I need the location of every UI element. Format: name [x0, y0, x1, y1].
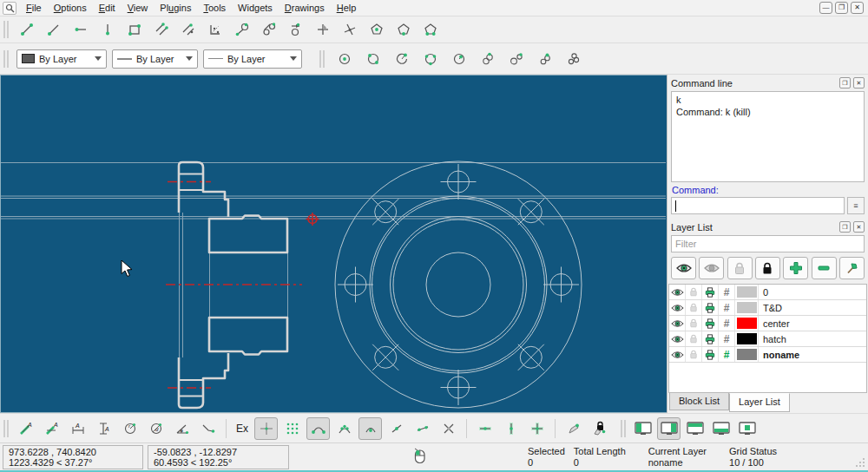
circle-two-points-radius-button[interactable]: [390, 48, 413, 70]
toolbar-grip[interactable]: [3, 50, 10, 68]
restrict-vertical-button[interactable]: [499, 417, 523, 440]
line-orthogonal-button[interactable]: [311, 18, 334, 41]
menu-edit[interactable]: Edit: [93, 1, 122, 16]
menu-view[interactable]: View: [122, 1, 155, 16]
size-grip[interactable]: [855, 457, 865, 469]
tab-block-list[interactable]: Block List: [669, 393, 729, 410]
layer-print-icon[interactable]: [702, 285, 719, 299]
dim-linear-button[interactable]: A: [40, 417, 63, 440]
polygon-two-corners-button[interactable]: [418, 18, 442, 41]
layer-construction-icon[interactable]: #: [719, 316, 735, 331]
circle-center-radius-button[interactable]: [447, 48, 470, 70]
layer-color-cell[interactable]: [735, 285, 759, 299]
show-all-layers-button[interactable]: [671, 257, 696, 279]
mdi-restore-button[interactable]: ❐: [835, 2, 848, 14]
line-rectangle-button[interactable]: [122, 18, 146, 41]
set-relative-zero-button[interactable]: [562, 417, 585, 440]
dim-leader-button[interactable]: [196, 417, 220, 440]
layer-construction-icon[interactable]: #: [719, 331, 735, 346]
snap-exclusive-label[interactable]: Ex: [233, 423, 252, 435]
layer-name[interactable]: 0: [759, 287, 866, 298]
command-options-button[interactable]: ≡: [847, 197, 865, 214]
snap-distance-button[interactable]: [411, 417, 434, 440]
dim-horizontal-button[interactable]: A: [66, 417, 89, 440]
menu-drawings[interactable]: Drawings: [279, 1, 331, 16]
snap-middle-button[interactable]: [385, 417, 408, 440]
add-layer-button[interactable]: [783, 257, 808, 279]
layer-print-icon[interactable]: [702, 316, 719, 331]
dock-top-button[interactable]: [683, 417, 707, 440]
layer-construction-icon[interactable]: #: [719, 300, 735, 315]
line-two-points-button[interactable]: [15, 18, 38, 41]
drawing-canvas[interactable]: [0, 75, 667, 413]
toolbar-grip[interactable]: [3, 420, 10, 437]
mdi-minimize-button[interactable]: —: [819, 2, 832, 14]
line-parallel-button[interactable]: [149, 18, 173, 41]
line-angle-button[interactable]: [42, 18, 65, 41]
float-dock-icon[interactable]: ❐: [839, 77, 851, 88]
snap-grid-button[interactable]: [280, 417, 304, 440]
circle-tangent-two-circles-radius-button[interactable]: [504, 48, 528, 70]
color-combobox[interactable]: By Layer: [16, 49, 107, 69]
modify-layer-button[interactable]: [839, 257, 865, 279]
dim-vertical-button[interactable]: A: [92, 417, 115, 440]
lock-all-layers-button[interactable]: [755, 257, 780, 279]
layer-lock-icon[interactable]: [686, 347, 702, 362]
snap-free-button[interactable]: [254, 417, 278, 440]
menu-plugins[interactable]: Plugins: [154, 1, 197, 16]
layer-color-cell[interactable]: [735, 331, 759, 346]
dock-floating-button[interactable]: [735, 417, 759, 440]
lock-relative-zero-button[interactable]: [588, 417, 611, 440]
snap-on-entity-button[interactable]: [332, 417, 356, 440]
layer-construction-icon[interactable]: #: [719, 347, 735, 362]
layer-name[interactable]: noname: [759, 350, 866, 360]
dim-radial-button[interactable]: r: [118, 417, 141, 440]
layer-visible-icon[interactable]: [669, 316, 686, 331]
snap-endpoints-button[interactable]: [306, 417, 330, 440]
float-dock-icon[interactable]: ❐: [839, 221, 851, 233]
line-relative-angle-button[interactable]: [338, 18, 361, 41]
layer-row[interactable]: # T&D: [669, 300, 866, 316]
layer-construction-icon[interactable]: #: [719, 285, 735, 299]
tab-layer-list[interactable]: Layer List: [729, 393, 790, 412]
polygon-center-tangent-button[interactable]: [391, 18, 415, 41]
circle-two-points-button[interactable]: [361, 48, 385, 70]
toolbar-grip[interactable]: [621, 420, 627, 437]
layer-name[interactable]: center: [759, 318, 866, 329]
circle-inscribed-button[interactable]: [476, 48, 499, 70]
command-history[interactable]: k Command: k (kill): [671, 91, 865, 182]
remove-layer-button[interactable]: [812, 257, 837, 279]
layer-lock-icon[interactable]: [686, 331, 702, 346]
line-type-combobox[interactable]: By Layer: [203, 49, 302, 69]
layer-row[interactable]: # 0: [669, 285, 866, 300]
layer-color-cell[interactable]: [735, 347, 759, 362]
menu-file[interactable]: File: [20, 1, 48, 16]
line-tangent-orthogonal-button[interactable]: [284, 18, 307, 41]
restrict-orthogonal-button[interactable]: [525, 417, 549, 440]
layer-row[interactable]: # center: [669, 316, 866, 331]
layer-visible-icon[interactable]: [669, 331, 686, 346]
layer-lock-icon[interactable]: [686, 285, 702, 299]
layer-color-cell[interactable]: [735, 316, 759, 331]
restrict-horizontal-button[interactable]: [473, 417, 496, 440]
polygon-center-corner-button[interactable]: [365, 18, 388, 41]
dim-angular-button[interactable]: a: [170, 417, 194, 440]
close-dock-icon[interactable]: ✕: [853, 221, 865, 233]
line-bisector-button[interactable]: [203, 18, 227, 41]
circle-three-points-button[interactable]: [418, 48, 442, 70]
line-tangent-point-button[interactable]: [230, 18, 253, 41]
dim-aligned-button[interactable]: A: [14, 417, 37, 440]
line-horizontal-button[interactable]: [69, 18, 92, 41]
circle-tangent-two-circles-button[interactable]: [533, 48, 556, 70]
close-dock-icon[interactable]: ✕: [853, 77, 865, 88]
snap-center-button[interactable]: [358, 417, 382, 440]
circle-center-point-button[interactable]: [332, 48, 356, 70]
menu-widgets[interactable]: Widgets: [232, 1, 279, 16]
layer-filter-input[interactable]: Filter: [671, 235, 865, 252]
layer-lock-icon[interactable]: [686, 316, 702, 331]
layer-color-cell[interactable]: [735, 300, 759, 315]
dock-right-button[interactable]: [657, 417, 681, 440]
circle-tangent-three-circles-button[interactable]: [562, 48, 585, 70]
line-parallel-point-button[interactable]: [176, 18, 200, 41]
mdi-close-button[interactable]: ✕: [851, 2, 864, 14]
